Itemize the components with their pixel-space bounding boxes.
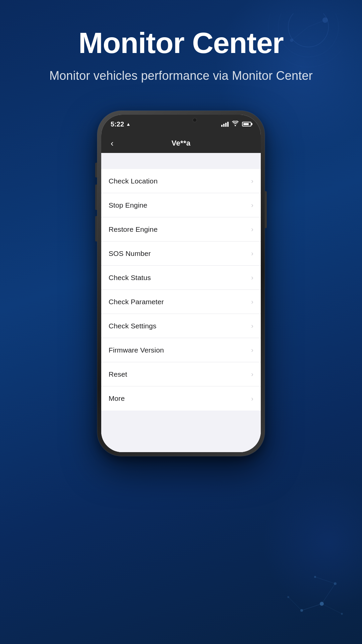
- phone-volume-down: [95, 216, 97, 241]
- menu-item-chevron-stop-engine: ›: [251, 201, 253, 209]
- svg-point-9: [334, 582, 337, 585]
- menu-item-chevron-check-status: ›: [251, 274, 253, 281]
- bottom-spacer: [101, 411, 261, 452]
- bg-decoration-circle-2: [261, 476, 362, 610]
- menu-item-label-check-location: Check Location: [109, 177, 158, 185]
- menu-item-check-status[interactable]: Check Status›: [101, 266, 261, 290]
- phone-screen: 5:22 ▲: [101, 115, 261, 452]
- svg-line-5: [308, 20, 325, 27]
- navigation-bar: ‹ Ve**a: [101, 133, 261, 153]
- menu-item-stop-engine[interactable]: Stop Engine›: [101, 193, 261, 217]
- page-subtitle: Monitor vehicles performance via Monitor…: [13, 69, 349, 83]
- menu-item-label-stop-engine: Stop Engine: [109, 201, 147, 209]
- svg-point-10: [314, 576, 316, 578]
- menu-item-check-location[interactable]: Check Location›: [101, 169, 261, 193]
- svg-point-11: [287, 596, 289, 598]
- svg-line-16: [315, 577, 335, 584]
- phone-power-button: [265, 191, 267, 228]
- bg-decoration-dots-bottom: [255, 550, 349, 624]
- status-bar: 5:22 ▲: [101, 115, 261, 133]
- svg-line-17: [322, 604, 342, 614]
- phone-outer-shell: 5:22 ▲: [97, 111, 265, 456]
- svg-point-12: [341, 613, 343, 615]
- back-button[interactable]: ‹: [108, 136, 116, 151]
- menu-item-firmware-version[interactable]: Firmware Version›: [101, 338, 261, 362]
- menu-item-chevron-check-settings: ›: [251, 322, 253, 330]
- content-area: Check Location›Stop Engine›Restore Engin…: [101, 153, 261, 452]
- menu-item-chevron-check-parameter: ›: [251, 298, 253, 306]
- battery-icon: [242, 122, 251, 126]
- signal-icon: [221, 122, 229, 127]
- top-spacer: [101, 153, 261, 169]
- phone-volume-up: [95, 184, 97, 210]
- menu-item-check-parameter[interactable]: Check Parameter›: [101, 290, 261, 314]
- front-camera: [192, 118, 197, 122]
- menu-item-label-check-status: Check Status: [109, 274, 151, 282]
- menu-item-chevron-sos-number: ›: [251, 250, 253, 257]
- status-time: 5:22 ▲: [111, 120, 131, 128]
- menu-item-chevron-firmware-version: ›: [251, 346, 253, 354]
- menu-item-label-check-parameter: Check Parameter: [109, 298, 164, 306]
- menu-list: Check Location›Stop Engine›Restore Engin…: [101, 169, 261, 411]
- menu-item-check-settings[interactable]: Check Settings›: [101, 314, 261, 338]
- menu-item-chevron-more: ›: [251, 395, 253, 402]
- svg-line-15: [288, 597, 302, 610]
- svg-point-7: [320, 602, 324, 606]
- page-title: Monitor Center: [13, 27, 349, 59]
- menu-item-restore-engine[interactable]: Restore Engine›: [101, 217, 261, 241]
- menu-item-label-reset: Reset: [109, 370, 127, 378]
- menu-item-label-restore-engine: Restore Engine: [109, 225, 158, 233]
- nav-title: Ve**a: [172, 139, 191, 148]
- status-indicators: [221, 121, 251, 127]
- menu-item-reset[interactable]: Reset›: [101, 362, 261, 386]
- phone-volume-silent: [95, 163, 97, 177]
- wifi-icon: [232, 121, 239, 127]
- menu-item-label-check-settings: Check Settings: [109, 322, 157, 330]
- menu-item-chevron-reset: ›: [251, 370, 253, 378]
- menu-item-chevron-restore-engine: ›: [251, 225, 253, 233]
- menu-item-label-more: More: [109, 394, 125, 402]
- header-area: Monitor Center Monitor vehicles performa…: [0, 27, 362, 83]
- svg-line-14: [322, 584, 335, 604]
- menu-item-more[interactable]: More›: [101, 386, 261, 411]
- phone-mockup: 5:22 ▲: [97, 111, 265, 456]
- menu-item-label-sos-number: SOS Number: [109, 250, 151, 258]
- menu-item-label-firmware-version: Firmware Version: [109, 346, 164, 354]
- phone-notch: [153, 115, 209, 125]
- svg-point-3: [322, 17, 328, 23]
- menu-item-sos-number[interactable]: SOS Number›: [101, 241, 261, 266]
- location-arrow-icon: ▲: [126, 121, 131, 127]
- svg-point-8: [300, 609, 303, 612]
- svg-line-13: [302, 604, 322, 610]
- menu-item-chevron-check-location: ›: [251, 177, 253, 185]
